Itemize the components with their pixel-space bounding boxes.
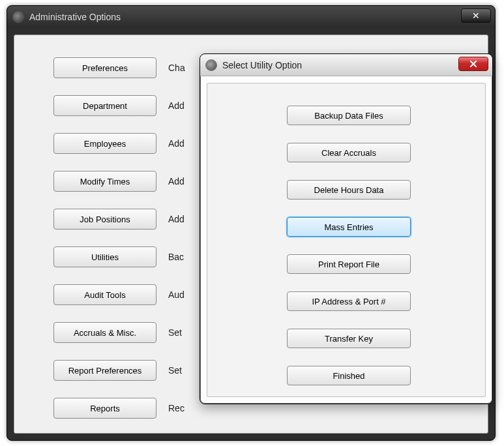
admin-row-employees: Employees Add [53,133,185,154]
close-icon [469,59,478,68]
preferences-desc: Cha [168,63,185,73]
accruals-misc-button[interactable]: Accruals & Misc. [53,322,156,343]
admin-close-button[interactable]: ✕ [461,8,491,23]
department-desc: Add [168,100,185,111]
report-preferences-button[interactable]: Report Preferences [53,360,156,381]
print-report-file-button[interactable]: Print Report File [287,254,411,274]
modify-times-desc: Add [168,176,185,186]
clear-accruals-button[interactable]: Clear Accruals [287,143,411,162]
ip-address-port-button[interactable]: IP Address & Port # [287,291,411,311]
employees-button[interactable]: Employees [53,133,156,154]
dialog-app-icon [205,59,217,71]
admin-row-accruals: Accruals & Misc. Set [53,322,182,343]
report-preferences-desc: Set [168,365,182,376]
admin-row-utilities: Utilities Bac [53,246,184,267]
admin-row-audit-tools: Audit Tools Aud [53,284,185,305]
admin-row-preferences: Preferences Cha [53,57,185,78]
admin-row-department: Department Add [53,95,185,116]
accruals-misc-desc: Set [168,327,182,338]
transfer-key-button[interactable]: Transfer Key [287,329,411,348]
audit-tools-button[interactable]: Audit Tools [53,284,156,305]
mass-entries-button[interactable]: Mass Entries [287,217,411,237]
dialog-close-button[interactable] [458,57,488,71]
app-icon [12,11,24,23]
dialog-title: Select Utility Option [222,60,302,70]
close-icon: ✕ [472,10,480,21]
dialog-body: Backup Data Files Clear Accruals Delete … [207,83,486,397]
admin-titlebar[interactable]: Administrative Options ✕ [7,6,495,28]
utilities-desc: Bac [168,252,184,262]
employees-desc: Add [168,138,185,149]
audit-tools-desc: Aud [168,290,185,300]
preferences-button[interactable]: Preferences [53,57,156,78]
department-button[interactable]: Department [53,95,156,116]
dialog-titlebar[interactable]: Select Utility Option [200,54,492,76]
finished-button[interactable]: Finished [287,366,411,385]
job-positions-button[interactable]: Job Positions [53,209,156,230]
admin-row-job-positions: Job Positions Add [53,209,185,230]
admin-row-report-prefs: Report Preferences Set [53,360,182,381]
modify-times-button[interactable]: Modify Times [53,171,156,192]
utilities-button[interactable]: Utilities [53,246,156,267]
admin-row-reports: Reports Rec [53,398,185,419]
select-utility-dialog: Select Utility Option Backup Data Files … [200,53,493,404]
job-positions-desc: Add [168,214,185,224]
admin-window-title: Administrative Options [29,12,121,22]
reports-desc: Rec [168,403,185,413]
reports-button[interactable]: Reports [53,398,156,419]
delete-hours-data-button[interactable]: Delete Hours Data [287,180,411,200]
backup-data-files-button[interactable]: Backup Data Files [287,106,411,125]
admin-row-modify-times: Modify Times Add [53,171,185,192]
